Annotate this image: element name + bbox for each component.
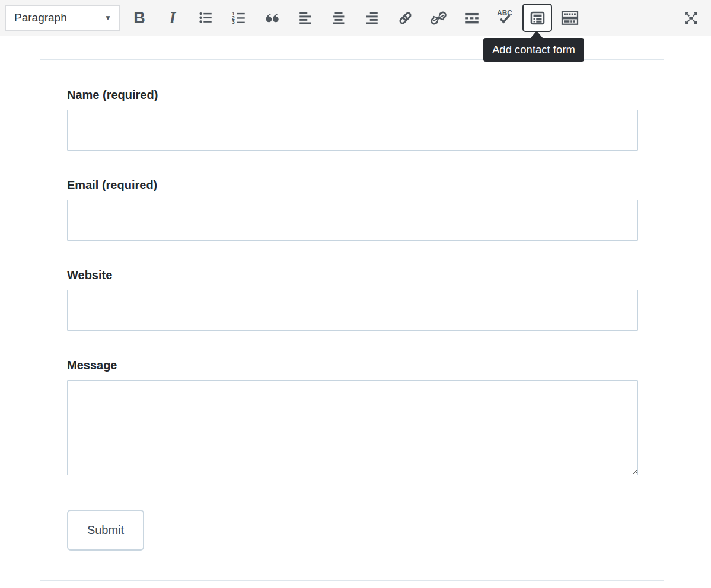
- message-textarea[interactable]: [67, 380, 638, 475]
- bulleted-list-icon: [198, 10, 213, 25]
- submit-button[interactable]: Submit: [67, 510, 144, 551]
- remove-link-button[interactable]: [426, 6, 450, 30]
- name-input[interactable]: [67, 110, 638, 151]
- add-contact-form-tooltip: Add contact form: [483, 38, 584, 62]
- message-field-label: Message: [67, 359, 638, 372]
- editor-window: Paragraph ▼ B I 1 2 3: [0, 0, 711, 588]
- contact-form-preview: Name (required) Email (required) Website…: [40, 59, 664, 581]
- insert-read-more-button[interactable]: [460, 6, 483, 30]
- bulleted-list-button[interactable]: [194, 6, 218, 30]
- fullscreen-icon: [683, 10, 699, 26]
- align-left-icon: [298, 10, 313, 25]
- website-input[interactable]: [67, 290, 638, 331]
- tooltip-arrow: [530, 31, 543, 39]
- block-format-value: Paragraph: [14, 11, 67, 24]
- email-field-label: Email (required): [67, 178, 638, 192]
- insert-link-button[interactable]: [393, 6, 417, 30]
- blockquote-button[interactable]: [260, 6, 284, 30]
- website-field-label: Website: [67, 269, 638, 282]
- numbered-list-button[interactable]: 1 2 3: [227, 6, 251, 30]
- name-field-label: Name (required): [67, 88, 638, 102]
- caret-down-icon: ▼: [104, 14, 111, 22]
- bold-icon: B: [133, 9, 145, 27]
- contact-form-icon: [530, 10, 546, 26]
- svg-text:3: 3: [232, 19, 235, 25]
- align-center-button[interactable]: [327, 6, 350, 30]
- block-format-select[interactable]: Paragraph ▼: [5, 5, 120, 31]
- spellcheck-icon: ABC: [496, 9, 514, 27]
- link-icon: [397, 10, 413, 26]
- editor-toolbar: Paragraph ▼ B I 1 2 3: [0, 0, 711, 36]
- read-more-icon: [464, 10, 480, 26]
- add-contact-form-button[interactable]: [522, 4, 552, 32]
- tooltip-text: Add contact form: [492, 43, 575, 56]
- blockquote-icon: [264, 9, 280, 26]
- italic-icon: I: [170, 9, 176, 27]
- unlink-icon: [431, 10, 447, 26]
- align-center-icon: [331, 10, 346, 25]
- numbered-list-icon: 1 2 3: [231, 10, 247, 25]
- align-right-button[interactable]: [360, 6, 384, 30]
- svg-text:ABC: ABC: [497, 9, 512, 17]
- italic-button[interactable]: I: [161, 6, 184, 30]
- email-input[interactable]: [67, 200, 638, 241]
- keyboard-icon: [561, 9, 579, 27]
- align-left-button[interactable]: [294, 6, 317, 30]
- align-right-icon: [364, 10, 380, 25]
- toolbar-toggle-button[interactable]: [558, 6, 582, 30]
- fullscreen-button[interactable]: [679, 6, 703, 30]
- bold-button[interactable]: B: [127, 6, 151, 30]
- spellcheck-button[interactable]: ABC: [493, 6, 516, 30]
